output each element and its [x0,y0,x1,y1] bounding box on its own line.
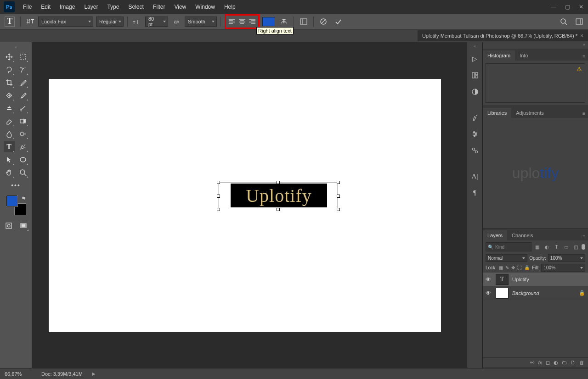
cancel-button[interactable] [317,16,329,27]
pen-tool[interactable] [17,141,28,152]
commit-button[interactable] [332,16,344,27]
layer-style-icon[interactable]: fx [538,360,542,366]
tab-info[interactable]: Info [515,50,532,61]
panel-menu-icon[interactable]: ≡ [580,232,588,240]
menu-edit[interactable]: Edit [36,1,55,13]
fill-input[interactable]: 100% [541,264,585,272]
tab-channels[interactable]: Channels [507,230,537,240]
text-orientation-toggle[interactable]: ⇵T [24,16,35,27]
dodge-tool[interactable] [17,128,28,139]
new-layer-icon[interactable]: 🗋 [571,360,576,366]
clone-source-panel-icon[interactable] [469,144,481,157]
font-family-dropdown[interactable]: Lucida Fax [38,17,93,27]
document-tab[interactable]: Uplotify Membuat Tulisan di Photoshop @ … [418,30,588,41]
layer-name[interactable]: Uplotify [512,277,529,282]
transform-handle[interactable] [217,208,220,211]
menu-type[interactable]: Type [102,1,124,13]
panel-menu-icon[interactable]: ≡ [580,109,588,118]
tab-layers[interactable]: Layers [483,230,507,240]
transform-handle[interactable] [337,195,340,198]
layer-mask-icon[interactable]: ◻ [546,360,550,366]
move-tool[interactable] [4,51,15,62]
panel-dock-collapse[interactable]: » [483,42,588,49]
lock-all-icon[interactable]: 🔒 [524,265,530,270]
close-tab-icon[interactable]: × [580,33,583,39]
active-tool-indicator[interactable]: T [5,17,15,27]
blur-tool[interactable] [4,128,15,139]
clone-stamp-tool[interactable] [4,103,15,114]
transform-handle[interactable] [337,181,340,184]
path-selection-tool[interactable] [4,154,15,165]
menu-file[interactable]: File [18,1,36,13]
layer-group-icon[interactable]: 🗀 [562,360,567,366]
actions-panel-icon[interactable]: ▷ [469,52,481,65]
lock-position-icon[interactable]: ✥ [511,265,515,270]
styles-panel-icon[interactable] [469,85,481,98]
maximize-button[interactable]: ▢ [560,0,574,14]
menu-image[interactable]: Image [55,1,79,13]
font-size-dropdown[interactable]: 80 pt [145,17,168,27]
panel-menu-icon[interactable]: ≡ [580,52,588,61]
layer-row[interactable]: 👁 Background 🔒 [483,286,588,300]
filter-pixel-icon[interactable]: ▦ [533,243,541,251]
transform-handle[interactable] [217,181,220,184]
menu-layer[interactable]: Layer [79,1,102,13]
character-panel-icon[interactable]: A| [469,170,481,183]
menu-help[interactable]: Help [220,1,240,13]
filter-shape-icon[interactable]: ▭ [562,243,570,251]
layer-thumbnail[interactable]: T [496,274,509,285]
document-canvas[interactable]: Uplotify [49,79,441,332]
shape-tool[interactable] [17,154,28,165]
delete-layer-icon[interactable]: 🗑 [579,360,584,366]
filter-toggle[interactable] [582,244,585,250]
font-style-dropdown[interactable]: Regular [96,17,124,27]
layer-visibility-toggle[interactable]: 👁 [486,290,492,296]
adjustment-layer-icon[interactable]: ◐ [554,360,558,366]
close-button[interactable]: ✕ [574,0,588,14]
canvas-area[interactable]: Uplotify » [32,42,467,368]
tab-libraries[interactable]: Libraries [483,108,511,118]
lock-image-icon[interactable]: ✎ [505,265,509,270]
eyedropper-tool[interactable] [17,77,28,88]
link-layers-icon[interactable]: ⚯ [530,360,534,366]
text-color-swatch[interactable] [262,17,275,26]
menu-filter[interactable]: Filter [148,1,170,13]
blend-mode-dropdown[interactable]: Normal [486,254,527,262]
paragraph-panel-icon[interactable]: ¶ [469,186,481,199]
document-size[interactable]: Doc: 3,39M/3,41M [41,371,83,377]
warp-text-button[interactable]: T [278,16,290,27]
menu-window[interactable]: Window [191,1,220,13]
brush-settings-panel-icon[interactable] [469,128,481,140]
marquee-tool[interactable] [17,51,28,62]
layer-filter-dropdown[interactable]: 🔍 Kind [486,242,531,251]
layer-thumbnail[interactable] [496,288,509,299]
align-center-button[interactable] [237,17,247,27]
opacity-input[interactable]: 100% [548,254,585,262]
filter-type-icon[interactable]: T [553,243,560,251]
panel-dock-expand[interactable]: « [467,44,482,50]
tab-adjustments[interactable]: Adjustments [511,108,548,118]
status-menu-arrow[interactable]: ▶ [92,371,96,376]
transform-handle[interactable] [217,195,220,198]
zoom-tool[interactable] [17,167,28,178]
cached-data-warning-icon[interactable]: ⚠ [577,66,582,72]
transform-handle[interactable] [277,181,280,184]
align-left-button[interactable] [227,17,237,27]
filter-smart-icon[interactable]: ◫ [572,243,580,251]
menu-select[interactable]: Select [124,1,148,13]
type-tool[interactable]: T [4,141,15,152]
lasso-tool[interactable] [4,64,15,75]
brushes-panel-icon[interactable] [469,111,481,124]
crop-tool[interactable] [4,77,15,88]
eraser-tool[interactable] [4,116,15,127]
layer-name[interactable]: Background [512,290,539,296]
zoom-level[interactable]: 66,67% [5,371,32,377]
layer-lock-icon[interactable]: 🔒 [579,290,585,296]
transform-handle[interactable] [337,208,340,211]
hand-tool[interactable] [4,167,15,178]
text-bounding-box[interactable]: Uplotify [219,183,338,211]
quick-mask-toggle[interactable] [3,220,14,231]
layer-visibility-toggle[interactable]: 👁 [486,276,492,283]
transform-handle[interactable] [277,208,280,211]
quick-selection-tool[interactable] [17,64,28,75]
